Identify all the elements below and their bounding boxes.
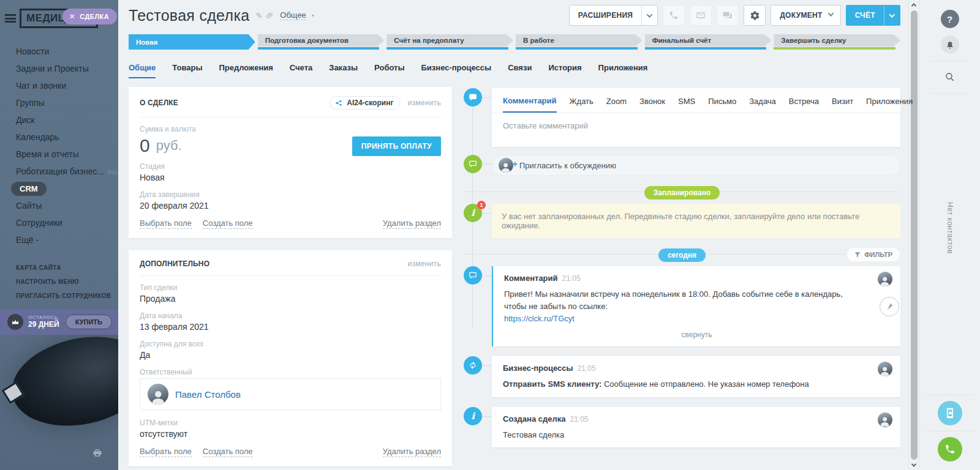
sidebar-item-time[interactable]: Время и отчеты — [16, 146, 118, 163]
pin-button[interactable] — [880, 297, 899, 316]
tab-general[interactable]: Общие — [129, 63, 156, 78]
scroll-down-arrow[interactable] — [909, 460, 919, 470]
email-button[interactable] — [690, 5, 712, 26]
paperclip-icon[interactable] — [266, 12, 274, 20]
edit-title-icon[interactable]: ✎ — [255, 11, 262, 20]
timeline-entry-bizproc: Бизнес-процессы 21:05 Отправить SMS клие… — [492, 356, 900, 397]
notification-count-badge: 1 — [477, 201, 486, 209]
buy-button[interactable]: КУПИТЬ — [66, 315, 112, 329]
scroll-up-arrow[interactable] — [909, 0, 919, 10]
create-field-link[interactable]: Создать поле — [203, 218, 253, 229]
info-entry-icon: i — [464, 407, 482, 425]
avatar — [148, 384, 168, 405]
field-label: Доступна для всех — [140, 340, 441, 348]
tab-bizproc[interactable]: Бизнес-процессы — [421, 63, 492, 78]
tab-apps[interactable]: Приложения — [598, 63, 648, 78]
hamburger-menu-icon[interactable] — [5, 14, 16, 23]
tab-orders[interactable]: Заказы — [329, 63, 358, 78]
calendar-link[interactable]: https://clck.ru/TGcyt — [504, 313, 575, 325]
composer-tab-apps[interactable]: Приложения — [866, 97, 913, 112]
chevron-down-icon[interactable]: ▾ — [312, 13, 314, 18]
settings-gear-button[interactable] — [744, 5, 766, 26]
comment-input[interactable]: Оставьте комментарий — [492, 113, 900, 147]
sidebar-item-crm[interactable]: CRM — [16, 180, 118, 197]
close-icon[interactable]: ✕ — [69, 12, 75, 21]
composer-tab-call[interactable]: Звонок — [639, 97, 665, 112]
stage-in-progress[interactable]: В работе — [516, 34, 643, 50]
composer-tab-letter[interactable]: Письмо — [708, 97, 736, 112]
sidebar-item-rpa[interactable]: Роботизация бизнес...beta — [16, 163, 118, 180]
about-deal-card: О СДЕЛКЕ AI24-скоринг изменить Сумма и в… — [129, 87, 452, 238]
scrollbar-thumb[interactable] — [911, 10, 918, 460]
section-title: О СДЕЛКЕ — [140, 99, 178, 107]
tab-links[interactable]: Связи — [508, 63, 532, 78]
right-rail: ? Нет контактов — [919, 0, 980, 470]
entry-title: Бизнес-процессы — [503, 364, 573, 373]
call-button[interactable] — [663, 5, 685, 26]
composer-tab-wait[interactable]: Ждать — [570, 97, 594, 112]
sitemap-link[interactable]: КАРТА САЙТА — [16, 261, 118, 275]
edit-section-link[interactable]: изменить — [407, 259, 441, 268]
sidebar-item-more[interactable]: Ещё - — [16, 231, 118, 248]
stage-docs[interactable]: Подготовка документов — [258, 34, 385, 50]
mobile-app-button[interactable] — [938, 401, 962, 425]
avatar — [878, 412, 892, 427]
composer-tab-meeting[interactable]: Встреча — [789, 97, 819, 112]
composer-tab-comment[interactable]: Комментарий — [503, 96, 557, 113]
collapse-link[interactable]: свернуть — [504, 330, 889, 339]
composer-tab-sms[interactable]: SMS — [678, 97, 695, 112]
configure-menu-link[interactable]: НАСТРОИТЬ МЕНЮ — [16, 275, 118, 289]
avatar — [878, 362, 892, 376]
tab-robots[interactable]: Роботы — [374, 63, 404, 78]
sidebar-item-sites[interactable]: Сайты — [16, 197, 118, 214]
select-field-link[interactable]: Выбрать поле — [140, 218, 192, 229]
tab-history[interactable]: История — [548, 63, 581, 78]
deal-category-selector[interactable]: Общее — [280, 10, 306, 20]
delete-section-link[interactable]: Удалить раздел — [383, 447, 441, 457]
deal-badge[interactable]: ✕ СДЕЛКА — [62, 9, 117, 24]
select-field-link[interactable]: Выбрать поле — [140, 447, 192, 457]
sidebar-item-groups[interactable]: Группы — [16, 94, 118, 111]
sidebar-item-tasks[interactable]: Задачи и Проекты — [16, 60, 118, 77]
composer-tab-zoom[interactable]: Zoom — [606, 97, 627, 112]
sidebar-item-calendar[interactable]: Календарь — [16, 129, 118, 146]
sidebar-item-drive[interactable]: Диск — [16, 111, 118, 129]
start-date-value: 13 февраля 2021 — [140, 322, 441, 332]
edit-section-link[interactable]: изменить — [407, 99, 441, 107]
responsible-user-link[interactable]: Павел Столбов — [175, 389, 241, 400]
invoice-button[interactable]: СЧЁТ — [846, 5, 900, 26]
composer-tab-task[interactable]: Задача — [749, 97, 776, 112]
create-field-link[interactable]: Создать поле — [203, 447, 253, 457]
tab-products[interactable]: Товары — [172, 63, 202, 78]
tab-invoices[interactable]: Счета — [290, 63, 312, 78]
telephony-button[interactable] — [938, 437, 962, 461]
notifications-bell-icon[interactable] — [941, 35, 959, 54]
search-icon[interactable] — [941, 68, 959, 86]
tab-quotes[interactable]: Предложения — [219, 63, 273, 78]
invoice-dropdown[interactable] — [884, 6, 900, 25]
delete-section-link[interactable]: Удалить раздел — [383, 218, 441, 229]
chevron-down-icon — [647, 12, 653, 18]
today-badge: сегодня — [658, 248, 706, 262]
extensions-button[interactable]: РАСШИРЕНИЯ — [569, 5, 658, 26]
printer-icon[interactable] — [92, 448, 102, 460]
invite-to-discussion[interactable]: + Пригласить к обсуждению — [492, 155, 900, 176]
stage-close-deal[interactable]: Завершить сделку — [774, 34, 900, 50]
stage-new[interactable]: Новая — [129, 34, 255, 50]
sidebar-item-chat[interactable]: Чат и звонки — [16, 77, 118, 94]
sidebar-item-employees[interactable]: Сотрудники — [16, 214, 118, 231]
document-button[interactable]: ДОКУМЕНТ — [771, 5, 840, 26]
help-button[interactable]: ? — [941, 10, 959, 28]
vertical-scrollbar[interactable] — [908, 0, 919, 470]
composer-tab-visit[interactable]: Визит — [832, 97, 853, 112]
chat-button[interactable] — [717, 5, 739, 26]
invite-employees-link[interactable]: ПРИГЛАСИТЬ СОТРУДНИКОВ — [16, 289, 118, 303]
extensions-dropdown[interactable] — [641, 6, 657, 25]
stage-prepayment[interactable]: Счёт на предоплату — [386, 34, 513, 50]
info-icon: i 1 — [464, 204, 482, 222]
filter-button[interactable]: ФИЛЬТР — [846, 247, 900, 262]
stage-final-invoice[interactable]: Финальный счёт — [645, 34, 772, 50]
sidebar-item-news[interactable]: Новости — [16, 43, 118, 60]
accept-payment-button[interactable]: ПРИНЯТЬ ОПЛАТУ — [352, 136, 441, 156]
ai-scoring-badge[interactable]: AI24-скоринг — [330, 96, 400, 110]
